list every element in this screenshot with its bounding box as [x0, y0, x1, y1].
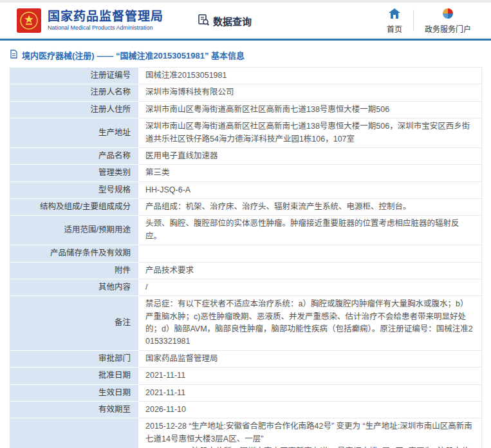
row-value: 第三类 [139, 165, 482, 182]
row-value: 深圳市海博科技有限公司 [139, 84, 482, 101]
row-label: 结构及组成/主要组成成分 [10, 199, 139, 216]
row-label: 型号规格 [10, 182, 139, 198]
row-value: 深圳市南山区粤海街道高新区社区高新南七道138号惠恒大楼一期506 [139, 101, 482, 118]
row-label: 其他内容 [10, 279, 139, 295]
row-label: 附件 [10, 262, 139, 279]
table-row: 生效日期2021-11-11 [10, 384, 482, 401]
row-label: 产品名称 [10, 147, 139, 164]
table-row: 注册人名称深圳市海博科技有限公司 [10, 84, 482, 101]
row-label: 产品储存条件及有效期 [10, 245, 139, 262]
row-value: 医用电子直线加速器 [139, 147, 482, 164]
table-row: 其他内容/ [10, 279, 482, 295]
table-row: 生产地址深圳市南山区粤海街道高新区社区高新南七道138号惠恒大楼一期506，深圳… [10, 118, 482, 148]
row-value [139, 245, 482, 262]
pinwheel-icon [442, 8, 454, 21]
data-query-nav[interactable]: 数据查询 [197, 14, 252, 28]
agency-name-en: National Medical Products Administration [48, 24, 163, 31]
row-label: 管理类别 [10, 165, 139, 182]
row-value: 2021-11-11 [139, 368, 482, 384]
row-label: 变更情况 [10, 418, 139, 448]
row-value: 产品技术要求 [139, 262, 482, 279]
row-value: HH-JSQ-6-A [139, 182, 482, 198]
value-paragraph: 2019-05-23 “注册人住所：深圳市南山区高新南七道14号惠恒大楼3层A区… [145, 445, 475, 448]
breadcrumb: 境内医疗器械(注册) —— “国械注准20153051981” 基本信息 [0, 41, 491, 67]
value-paragraph: 2015-12-28 “生产地址:安徽省合肥市合作化南路42号” 变更为 “生产… [145, 420, 475, 445]
nav-home-label: 首页 [387, 23, 402, 34]
registration-info-table: 注册证编号国械注准20153051981注册人名称深圳市海博科技有限公司注册人住… [9, 67, 482, 448]
table-row: 注册人住所深圳市南山区粤海街道高新区社区高新南七道138号惠恒大楼一期506 [10, 101, 482, 118]
table-row: 变更情况2015-12-28 “生产地址:安徽省合肥市合作化南路42号” 变更为… [10, 418, 482, 448]
table-row: 型号规格HH-JSQ-6-A [10, 182, 482, 198]
row-value: 头颈、胸腔、腹腔部位的实体恶性肿瘤。肿瘤接近重要脏器的位置考虑相应脏器的辐射反应… [139, 216, 482, 245]
row-label: 审批部门 [10, 350, 139, 367]
nav-portal-label: 政务服务门户 [425, 23, 471, 34]
nav-portal[interactable]: 政务服务门户 [414, 8, 482, 34]
table-row: 产品储存条件及有效期 [10, 245, 482, 262]
main-content: 注册证编号国械注准20153051981注册人名称深圳市海博科技有限公司注册人住… [0, 67, 491, 448]
agency-name-zh: 国家药品监督管理局 [48, 10, 163, 24]
house-icon [388, 8, 401, 21]
row-value: 深圳市南山区粤海街道高新区社区高新南七道138号惠恒大楼一期506，深圳市宝安区… [139, 118, 482, 148]
site-header: 国家药品监督管理局 National Medical Products Admi… [0, 3, 491, 39]
row-label: 批准日期 [10, 368, 139, 384]
row-value: 2026-11-10 [139, 401, 482, 418]
data-query-label: 数据查询 [213, 14, 252, 28]
table-row: 批准日期2021-11-11 [10, 368, 482, 384]
table-row: 管理类别第三类 [10, 165, 482, 182]
national-emblem-icon [17, 8, 41, 33]
agency-title-block: 国家药品监督管理局 National Medical Products Admi… [48, 10, 163, 32]
table-row: 产品名称医用电子直线加速器 [10, 147, 482, 164]
table-row: 有效期至2026-11-10 [10, 401, 482, 418]
document-magnifier-icon [197, 14, 210, 28]
row-label: 生产地址 [10, 118, 139, 148]
row-label: 注册人名称 [10, 84, 139, 101]
table-row: 结构及组成/主要组成成分产品组成：机架、治疗床、治疗头、辐射束流产生系统、电源柜… [10, 199, 482, 216]
table-row: 注册证编号国械注准20153051981 [10, 68, 482, 84]
header-right-nav: 首页 政务服务门户 [376, 8, 482, 34]
row-label: 生效日期 [10, 384, 139, 401]
table-row: 附件产品技术要求 [10, 262, 482, 279]
row-value: 国械注准20153051981 [139, 68, 482, 84]
row-value: 禁忌症：有以下症状者不适应本治疗系统：a）胸腔或腹腔内肿瘤伴有大量胸水或腹水；b… [139, 296, 482, 351]
row-value: 2021-11-11 [139, 384, 482, 401]
row-label: 适用范围/预期用途 [10, 216, 139, 245]
row-label: 备注 [10, 296, 139, 351]
row-label: 注册证编号 [10, 68, 139, 84]
row-label: 有效期至 [10, 401, 139, 418]
table-row: 备注禁忌症：有以下症状者不适应本治疗系统：a）胸腔或腹腔内肿瘤伴有大量胸水或腹水… [10, 296, 482, 351]
row-value: / [139, 279, 482, 295]
row-value: 国家药品监督管理局 [139, 350, 482, 367]
document-icon [9, 50, 18, 61]
table-row: 适用范围/预期用途头颈、胸腔、腹腔部位的实体恶性肿瘤。肿瘤接近重要脏器的位置考虑… [10, 216, 482, 245]
breadcrumb-text: 境内医疗器械(注册) —— “国械注准20153051981” 基本信息 [22, 49, 245, 61]
row-value: 产品组成：机架、治疗床、治疗头、辐射束流产生系统、电源柜、控制台。 [139, 199, 482, 216]
table-row: 审批部门国家药品监督管理局 [10, 350, 482, 367]
info-table-body: 注册证编号国械注准20153051981注册人名称深圳市海博科技有限公司注册人住… [10, 68, 482, 448]
nav-home[interactable]: 首页 [376, 8, 413, 34]
row-label: 注册人住所 [10, 101, 139, 118]
row-value: 2015-12-28 “生产地址:安徽省合肥市合作化南路42号” 变更为 “生产… [139, 418, 482, 448]
